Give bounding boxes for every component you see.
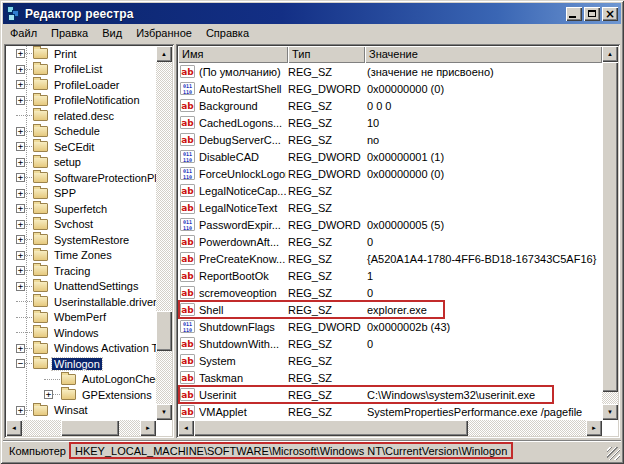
menu-item-справка[interactable]: Справка xyxy=(199,25,256,42)
tree-hscroll-thumb[interactable] xyxy=(61,420,119,436)
scroll-right-icon[interactable]: ► xyxy=(140,420,156,436)
tree-item-superfetch[interactable]: +Superfetch xyxy=(6,201,156,217)
scroll-left-icon[interactable]: ◄ xyxy=(178,420,194,436)
menu-item-избранное[interactable]: Избранное xyxy=(129,25,199,42)
expand-icon[interactable]: + xyxy=(16,220,25,229)
scroll-left-icon[interactable]: ◄ xyxy=(6,420,22,436)
collapse-icon[interactable]: − xyxy=(16,359,25,368)
registry-value-row-shutdownwith[interactable]: abShutdownWith...REG_SZ0 xyxy=(178,335,602,352)
column-header-значение[interactable]: Значение xyxy=(365,46,602,63)
tree-item-time-zones[interactable]: +Time Zones xyxy=(6,248,156,264)
expand-icon[interactable]: + xyxy=(16,65,25,74)
list-vertical-scrollbar[interactable]: ▲ ▼ xyxy=(602,46,618,420)
registry-value-row-vmapplet[interactable]: abVMAppletREG_SZSystemPropertiesPerforma… xyxy=(178,403,602,420)
expand-icon[interactable]: + xyxy=(16,189,25,198)
tree-item-profileloader[interactable]: +ProfileLoader xyxy=(6,77,156,93)
tree-horizontal-scrollbar[interactable]: ◄ ► xyxy=(6,420,156,436)
registry-value-row-legalnoticecap[interactable]: abLegalNoticeCap...REG_SZ xyxy=(178,182,602,199)
expand-icon[interactable]: + xyxy=(16,251,25,260)
tree-item-userinstallable-driver[interactable]: Userinstallable.driver xyxy=(6,294,156,310)
tree-connector xyxy=(25,162,32,163)
tree-item-related-desc[interactable]: related.desc xyxy=(6,108,156,124)
scroll-down-icon[interactable]: ▼ xyxy=(156,404,172,420)
registry-value-row-passwordexpir[interactable]: 011 110PasswordExpir...REG_DWORD0x000000… xyxy=(178,216,602,233)
scroll-up-icon[interactable]: ▲ xyxy=(156,46,172,62)
column-header-имя[interactable]: Имя xyxy=(178,46,288,63)
tree-item-setup[interactable]: +setup xyxy=(6,155,156,171)
title-bar[interactable]: Редактор реестра × xyxy=(3,3,621,24)
registry-value-row-precreateknow[interactable]: abPreCreateKnow...REG_SZ{A520A1A4-1780-4… xyxy=(178,250,602,267)
tree-item-svchost[interactable]: +Svchost xyxy=(6,217,156,233)
tree-item-windows-activation-t[interactable]: +Windows Activation T xyxy=(6,341,156,357)
folder-icon xyxy=(33,126,48,137)
tree-item-spp[interactable]: +SPP xyxy=(6,186,156,202)
registry-value-row-taskman[interactable]: abTaskmanREG_SZ xyxy=(178,369,602,386)
value-name: ForceUnlockLogon xyxy=(199,168,286,180)
registry-value-row-powerdownaft[interactable]: abPowerdownAft...REG_SZ0 xyxy=(178,233,602,250)
registry-value-row-forceunlocklogon[interactable]: 011 110ForceUnlockLogonREG_DWORD0x000000… xyxy=(178,165,602,182)
tree-vertical-scrollbar[interactable]: ▲ ▼ xyxy=(156,46,172,420)
tree-vscroll-thumb[interactable] xyxy=(156,311,172,351)
tree-item-gpextensions[interactable]: +GPExtensions xyxy=(6,387,156,403)
scroll-up-icon[interactable]: ▲ xyxy=(602,46,618,62)
tree-item-windows[interactable]: Windows xyxy=(6,325,156,341)
expand-icon[interactable]: + xyxy=(16,142,25,151)
expand-icon[interactable]: + xyxy=(16,344,25,353)
tree-item-profilelist[interactable]: +ProfileList xyxy=(6,62,156,78)
tree-item-secedit[interactable]: +SeCEdit xyxy=(6,139,156,155)
expand-icon[interactable]: + xyxy=(16,406,25,415)
tree-item-winsat[interactable]: +Winsat xyxy=(6,403,156,419)
tree-item-label: WbemPerf xyxy=(52,311,108,323)
expand-icon[interactable]: + xyxy=(44,390,53,399)
list-vscroll-thumb[interactable] xyxy=(602,62,618,392)
registry-value-row-autorestartshell[interactable]: 011 110AutoRestartShellREG_DWORD0x000000… xyxy=(178,80,602,97)
maximize-button[interactable] xyxy=(584,7,600,21)
tree-item-wbemperf[interactable]: WbemPerf xyxy=(6,310,156,326)
tree-item-systemrestore[interactable]: +SystemRestore xyxy=(6,232,156,248)
list-horizontal-scrollbar[interactable]: ◄ ► xyxy=(178,420,602,436)
menu-item-файл[interactable]: Файл xyxy=(3,25,44,42)
tree-item-schedule[interactable]: +Schedule xyxy=(6,124,156,140)
close-button[interactable]: × xyxy=(602,7,618,21)
expand-icon[interactable]: + xyxy=(16,127,25,136)
registry-value-row-legalnoticetext[interactable]: abLegalNoticeTextREG_SZ xyxy=(178,199,602,216)
registry-value-row-userinit[interactable]: abUserinitREG_SZC:\Windows\system32\user… xyxy=(178,386,602,403)
registry-value-row-shell[interactable]: abShellREG_SZexplorer.exe xyxy=(178,301,602,318)
registry-value-row-shutdownflags[interactable]: 011 110ShutdownFlagsREG_DWORD0x0000002b … xyxy=(178,318,602,335)
string-value-icon: ab xyxy=(180,354,195,367)
tree-item-profilenotification[interactable]: +ProfileNotification xyxy=(6,93,156,109)
list-hscroll-thumb[interactable] xyxy=(194,420,468,436)
registry-value-row-debugserverc[interactable]: abDebugServerC...REG_SZno xyxy=(178,131,602,148)
expand-icon[interactable]: + xyxy=(16,266,25,275)
menu-item-правка[interactable]: Правка xyxy=(44,25,95,42)
expand-icon[interactable]: + xyxy=(16,173,25,182)
expand-icon[interactable]: + xyxy=(16,158,25,167)
registry-value-row-reportbootok[interactable]: abReportBootOkREG_SZ1 xyxy=(178,267,602,284)
registry-value-row-disablecad[interactable]: 011 110DisableCADREG_DWORD0x00000001 (1) xyxy=(178,148,602,165)
tree-item-winlogon[interactable]: −Winlogon xyxy=(6,356,156,372)
menu-item-вид[interactable]: Вид xyxy=(95,25,129,42)
value-name: Userinit xyxy=(199,389,286,401)
expand-icon[interactable]: + xyxy=(16,80,25,89)
registry-app-icon xyxy=(6,6,21,21)
expand-icon[interactable]: + xyxy=(16,96,25,105)
registry-value-row-cachedlogons[interactable]: abCachedLogons...REG_SZ10 xyxy=(178,114,602,131)
expand-icon[interactable]: + xyxy=(16,49,25,58)
tree-item-softwareprotectionpl[interactable]: +SoftwareProtectionPl xyxy=(6,170,156,186)
registry-value-row-system[interactable]: abSystemREG_SZ xyxy=(178,352,602,369)
tree-item-tracing[interactable]: +Tracing xyxy=(6,263,156,279)
registry-value-row-scremoveoption[interactable]: abscremoveoptionREG_SZ0 xyxy=(178,284,602,301)
tree-item-unattendsettings[interactable]: +UnattendSettings xyxy=(6,279,156,295)
registry-value-row-по-умолчанию[interactable]: ab(По умолчанию)REG_SZ(значение не присв… xyxy=(178,63,602,80)
column-header-тип[interactable]: Тип xyxy=(288,46,365,63)
scroll-down-icon[interactable]: ▼ xyxy=(602,404,618,420)
expand-icon[interactable]: + xyxy=(16,282,25,291)
minimize-button[interactable] xyxy=(566,7,582,21)
expand-icon[interactable]: + xyxy=(16,235,25,244)
registry-value-row-background[interactable]: abBackgroundREG_SZ0 0 0 xyxy=(178,97,602,114)
tree-item-print[interactable]: +Print xyxy=(6,46,156,62)
expand-icon[interactable]: + xyxy=(16,204,25,213)
scroll-right-icon[interactable]: ► xyxy=(586,420,602,436)
resize-grip[interactable] xyxy=(607,447,620,460)
tree-item-autologonchecke[interactable]: AutoLogonChecke xyxy=(6,372,156,388)
